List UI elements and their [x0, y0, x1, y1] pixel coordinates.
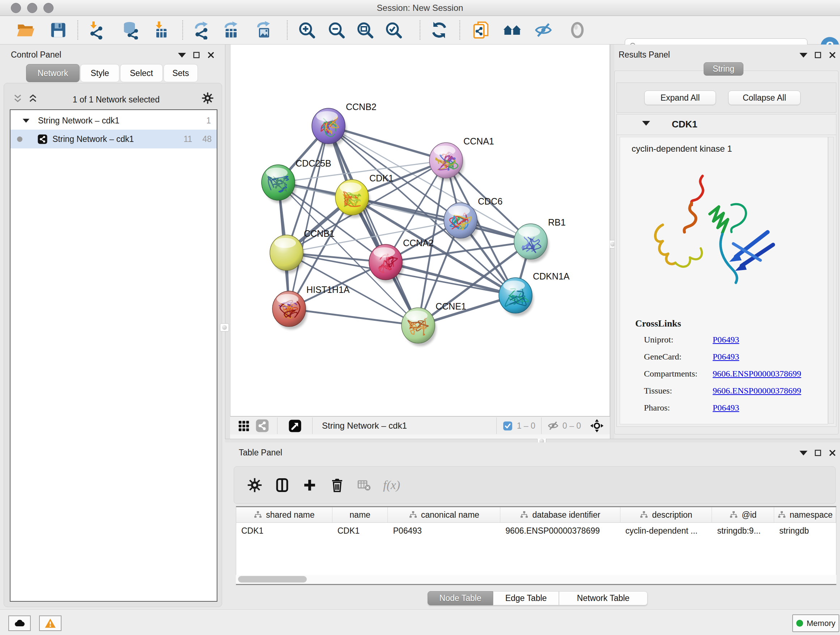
selected-checkbox-icon[interactable] [502, 421, 513, 431]
memory-button[interactable]: Memory [792, 614, 839, 632]
save-session-button[interactable] [48, 19, 69, 41]
crosslink-value-link[interactable]: P06493 [713, 352, 739, 362]
tab-style[interactable]: Style [80, 64, 119, 82]
import-network-database-button[interactable] [120, 19, 141, 41]
network-edge-HIST1H1A-CCNE1[interactable] [289, 309, 418, 325]
tab-string[interactable]: String [704, 62, 744, 76]
collapse-all-button[interactable]: Collapse All [728, 90, 801, 105]
network-home-button[interactable] [502, 19, 523, 41]
table-panel-float-icon[interactable] [814, 449, 822, 457]
function-builder-icon-disabled[interactable]: f(x) [383, 478, 400, 492]
zoom-selected-button[interactable] [383, 19, 404, 41]
results-vertical-scrollbar[interactable] [828, 137, 834, 424]
birdseye-view-icon[interactable] [286, 419, 304, 432]
cdk1-section-header[interactable]: CDK1 [617, 114, 836, 135]
tab-sets[interactable]: Sets [164, 64, 198, 82]
cdk1-section: CDK1 cyclin-dependent kinase 1 [616, 114, 836, 427]
network-edge-CDK1-RB1[interactable] [352, 197, 531, 241]
network-node-CCNB1[interactable]: CCNB1 [270, 228, 335, 273]
show-eye-button[interactable] [567, 19, 588, 41]
table-cell[interactable]: 9606.ENSP00000378699 [500, 523, 621, 539]
export-table-button[interactable] [221, 19, 242, 41]
share-document-button[interactable] [471, 19, 492, 41]
hide-eye-button[interactable] [533, 19, 554, 41]
hidden-eye-icon[interactable] [546, 420, 560, 432]
network-node-CCNE1[interactable]: CCNE1 [401, 301, 466, 346]
collapse-all-icon[interactable] [13, 93, 23, 103]
table-scrollbar-thumb[interactable] [238, 576, 307, 583]
warning-button[interactable] [39, 616, 62, 631]
network-node-CDC6[interactable]: CDC6 [444, 196, 502, 241]
zoom-in-button[interactable] [296, 19, 317, 41]
import-network-button[interactable] [84, 19, 105, 41]
tab-edge-table[interactable]: Edge Table [493, 591, 559, 605]
import-table-button[interactable] [150, 19, 171, 41]
table-cell[interactable]: CDK1 [332, 523, 388, 539]
results-panel-menu-icon[interactable] [799, 53, 807, 57]
network-row[interactable]: String Network – cdk1 11 48 [11, 130, 217, 149]
tab-select[interactable]: Select [120, 64, 163, 82]
table-horizontal-scrollbar[interactable] [236, 575, 836, 584]
open-session-button[interactable] [15, 19, 36, 41]
column-header-shared-name[interactable]: shared name [236, 507, 332, 523]
column-header-name[interactable]: name [332, 507, 388, 523]
cdk1-collapse-icon[interactable] [642, 121, 650, 126]
control-panel-close-icon[interactable] [207, 51, 215, 59]
network-collection-row[interactable]: String Network – cdk1 1 [11, 110, 217, 130]
control-panel-menu-icon[interactable] [178, 53, 186, 57]
crosslink-value-link[interactable]: 9606.ENSP00000378699 [713, 369, 801, 379]
network-options-gear-icon[interactable] [202, 92, 214, 104]
column-mapping-icon [729, 510, 738, 519]
column-header--id[interactable]: @id [712, 507, 774, 523]
column-header-canonical-name[interactable]: canonical name [388, 507, 500, 523]
crosslink-value-link[interactable]: 9606.ENSP00000378699 [713, 386, 801, 396]
table-cell[interactable]: stringdb [774, 523, 836, 539]
results-panel-close-icon[interactable] [829, 51, 836, 59]
expand-all-button[interactable]: Expand All [644, 90, 716, 105]
export-network-button[interactable] [192, 19, 213, 41]
network-share-view-icon[interactable] [253, 419, 272, 432]
tab-network[interactable]: Network [26, 64, 80, 82]
grid-view-icon[interactable] [235, 420, 253, 432]
column-header-label: database identifier [532, 510, 600, 520]
left-splitter-handle[interactable] [220, 323, 229, 332]
table-cell[interactable]: CDK1 [236, 523, 332, 539]
network-edge-CCNB2-HIST1H1A[interactable] [289, 126, 328, 309]
column-header-database-identifier[interactable]: database identifier [500, 507, 621, 523]
network-node-RB1[interactable]: RB1 [514, 217, 566, 262]
save-session-icon [49, 21, 68, 40]
zoom-fit-button[interactable] [355, 19, 376, 41]
table-panel-menu-icon[interactable] [799, 451, 807, 455]
zoom-out-button[interactable] [326, 19, 347, 41]
table-cell[interactable]: P06493 [388, 523, 501, 539]
network-edge-CCNB2-CCNE1[interactable] [328, 126, 418, 325]
tab-node-table[interactable]: Node Table [428, 591, 493, 605]
delete-column-icon[interactable] [330, 478, 345, 493]
fit-content-crosshair-icon[interactable] [589, 419, 605, 432]
network-node-HIST1H1A[interactable]: HIST1H1A [272, 285, 350, 329]
refresh-view-button[interactable] [429, 19, 450, 41]
cloud-button[interactable] [8, 616, 31, 631]
table-cell[interactable]: stringdb:9... [712, 523, 774, 539]
network-node-CDKN1A[interactable]: CDKN1A [499, 271, 570, 316]
export-image-button[interactable] [254, 19, 275, 41]
column-header-description[interactable]: description [621, 507, 712, 523]
collection-expand-icon[interactable] [23, 119, 30, 122]
delete-table-icon-disabled[interactable] [357, 478, 371, 492]
control-panel-float-icon[interactable] [193, 51, 201, 59]
table-settings-gear-icon[interactable] [247, 478, 262, 493]
table-row[interactable]: CDK1CDK1P064939606.ENSP00000378699cyclin… [236, 523, 836, 539]
add-column-icon[interactable] [302, 478, 317, 493]
crosslink-value-link[interactable]: P06493 [713, 335, 739, 345]
network-canvas[interactable]: CCNB2CCNA1CDC25BCDK1CDC6RB1CCNB1CCNA2CDK… [230, 44, 610, 416]
table-panel-close-icon[interactable] [829, 449, 836, 457]
tab-network-table[interactable]: Network Table [559, 591, 647, 605]
expand-all-icon[interactable] [28, 93, 38, 103]
column-header-namespace[interactable]: namespace [774, 507, 836, 523]
toolbar-separator [459, 20, 460, 40]
crosslink-value-link[interactable]: P06493 [713, 403, 739, 413]
results-panel-float-icon[interactable] [814, 51, 822, 59]
table-panel: Table Panel f(x) shared namenamecanonica… [225, 442, 840, 609]
show-columns-icon[interactable] [275, 478, 290, 493]
table-cell[interactable]: cyclin-dependent ... [621, 523, 712, 539]
